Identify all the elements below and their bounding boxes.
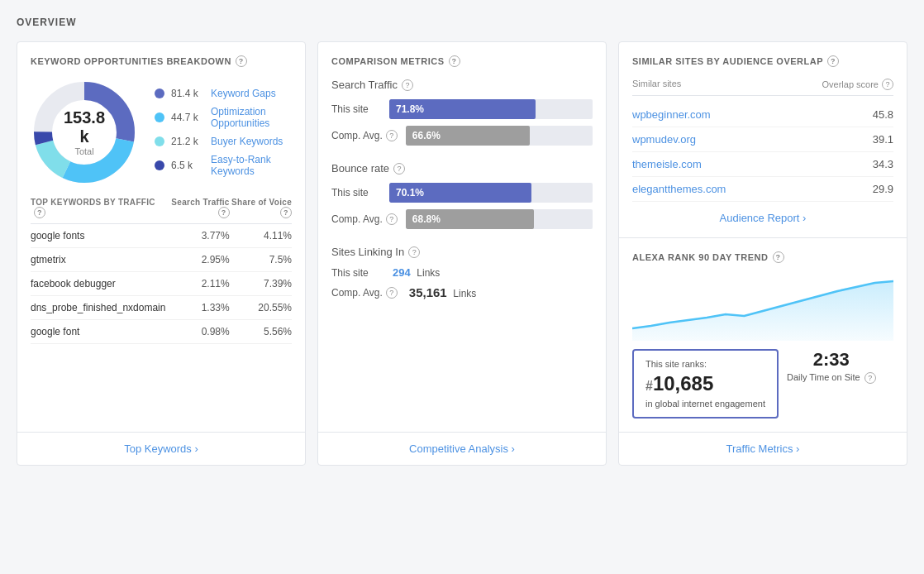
list-item: themeisle.com 34.3 <box>632 152 893 177</box>
overlap-score-help-icon[interactable]: ? <box>882 79 893 90</box>
kw-voice-cell: 7.39% <box>230 272 292 296</box>
legend-link-2[interactable]: Buyer Keywords <box>211 136 283 147</box>
sl-comp-avg-value: 35,161 <box>409 285 447 299</box>
alexa-chart <box>632 275 893 341</box>
bounce-rate-label: Bounce rate ? <box>331 162 593 175</box>
sl-this-site-value: 294 <box>393 266 411 279</box>
legend-link-3[interactable]: Easy-to-Rank Keywords <box>211 154 292 177</box>
br-this-site-label: This site <box>331 187 381 199</box>
st-comp-avg-bar: 66.6% <box>406 126 531 146</box>
kw-traffic-cell: 0.98% <box>170 320 230 344</box>
similar-site-link[interactable]: elegantthemes.com <box>632 183 873 195</box>
similar-site-link[interactable]: wpmudev.org <box>632 133 873 146</box>
comparison-metrics-help-icon[interactable]: ? <box>449 55 460 67</box>
sites-linking-help-icon[interactable]: ? <box>408 246 420 258</box>
alexa-trend-section: ALEXA RANK 90 DAY TREND ? <box>619 238 907 432</box>
keyword-legend: 81.4 k Keyword Gaps 44.7 k Optimization … <box>155 88 292 177</box>
similar-site-link[interactable]: wpbeginner.com <box>632 108 873 121</box>
sites-linking-group: Sites Linking In ? This site 294 Links <box>331 246 593 299</box>
legend-dot-1 <box>155 112 164 122</box>
top-keywords-section: TOP KEYWORDS BY TRAFFIC ? Search Traffic… <box>31 198 292 344</box>
kw-voice-cell: 5.56% <box>230 320 292 344</box>
sl-comp-avg-label: Comp. Avg. ? <box>331 287 398 299</box>
donut-area: 153.8 k Total 81.4 k Keyword Gaps 44.7 <box>31 79 292 186</box>
kw-col-traffic: Search Traffic ? <box>170 198 230 224</box>
legend-dot-2 <box>155 136 164 146</box>
br-comp-avg-row: Comp. Avg. ? 68.8% <box>331 209 593 229</box>
voice-help-icon[interactable]: ? <box>280 207 292 218</box>
br-this-site-row: This site 70.1% <box>331 183 593 203</box>
audience-report-link[interactable]: Audience Report › <box>720 212 807 224</box>
top-keywords-table: TOP KEYWORDS BY TRAFFIC ? Search Traffic… <box>31 198 292 344</box>
rank-box: This site ranks: #10,685 in global inter… <box>632 349 779 419</box>
comparison-footer: Competitive Analysis › <box>318 432 606 465</box>
kw-voice-cell: 7.5% <box>230 248 292 272</box>
legend-link-0[interactable]: Keyword Gaps <box>211 88 276 99</box>
similar-score: 29.9 <box>873 183 893 195</box>
traffic-metrics-link[interactable]: Traffic Metrics › <box>726 442 800 455</box>
kw-col-keyword: TOP KEYWORDS BY TRAFFIC ? <box>31 198 170 224</box>
kw-keyword-cell: facebook debugger <box>31 272 170 296</box>
legend-item-1: 44.7 k Optimization Opportunities <box>155 106 292 129</box>
similar-sites-title: SIMILAR SITES BY AUDIENCE OVERLAP ? <box>632 55 893 67</box>
similar-site-link[interactable]: themeisle.com <box>632 158 873 170</box>
kw-keyword-cell: gtmetrix <box>31 248 170 272</box>
legend-item-3: 6.5 k Easy-to-Rank Keywords <box>155 154 292 177</box>
br-comp-avg-bar: 68.8% <box>406 209 535 229</box>
search-traffic-label: Search Traffic ? <box>331 79 593 91</box>
similar-sites-help-icon[interactable]: ? <box>827 55 839 67</box>
bounce-rate-help-icon[interactable]: ? <box>393 163 405 175</box>
comparison-metrics-title: COMPARISON METRICS ? <box>331 55 593 67</box>
rank-number: #10,685 <box>645 372 765 395</box>
st-comp-avg-label: Comp. Avg. ? <box>331 130 398 141</box>
kw-voice-cell: 20.55% <box>230 296 292 320</box>
traffic-help-icon[interactable]: ? <box>218 207 230 218</box>
sl-this-site-unit: Links <box>417 267 440 279</box>
similar-score: 45.8 <box>873 108 893 121</box>
legend-item-2: 21.2 k Buyer Keywords <box>155 136 292 147</box>
st-comp-avg-bar-outer: 66.6% <box>406 126 593 146</box>
br-this-site-bar: 70.1% <box>389 183 531 203</box>
search-traffic-help-icon[interactable]: ? <box>402 79 413 91</box>
competitive-analysis-link[interactable]: Competitive Analysis › <box>409 442 515 455</box>
similar-sites-header: Similar sites Overlap score ? <box>632 79 893 96</box>
sl-comp-avg-row: Comp. Avg. ? 35,161 Links <box>331 285 593 299</box>
kw-traffic-cell: 2.95% <box>170 248 230 272</box>
kw-keyword-cell: google fonts <box>31 224 170 248</box>
rank-label2: in global internet engagement <box>645 399 765 409</box>
similar-score: 39.1 <box>873 133 893 146</box>
kw-keyword-cell: dns_probe_finished_nxdomain <box>31 296 170 320</box>
st-this-site-bar-outer: 71.8% <box>389 99 593 119</box>
donut-chart: 153.8 k Total <box>31 79 138 186</box>
keyword-breakdown-help-icon[interactable]: ? <box>236 55 247 67</box>
table-row: google font 0.98% 5.56% <box>31 320 292 344</box>
legend-link-1[interactable]: Optimization Opportunities <box>211 106 292 129</box>
similar-sites-card: SIMILAR SITES BY AUDIENCE OVERLAP ? Simi… <box>618 41 907 466</box>
alexa-stats: This site ranks: #10,685 in global inter… <box>632 349 893 419</box>
kw-col-voice: Share of Voice ? <box>230 198 292 224</box>
st-this-site-bar: 71.8% <box>389 99 536 119</box>
keyword-opportunities-card: KEYWORD OPPORTUNITIES BREAKDOWN ? <box>17 41 306 466</box>
sites-linking-label: Sites Linking In ? <box>331 246 593 258</box>
sl-this-site-row: This site 294 Links <box>331 266 593 279</box>
sl-this-site-label: This site <box>331 267 381 279</box>
alexa-trend-help-icon[interactable]: ? <box>773 251 784 263</box>
search-traffic-group: Search Traffic ? This site 71.8% Comp <box>331 79 593 146</box>
legend-item-0: 81.4 k Keyword Gaps <box>155 88 292 99</box>
keyword-footer: Top Keywords › <box>17 432 305 465</box>
time-value: 2:33 <box>813 349 850 371</box>
time-help-icon[interactable]: ? <box>864 372 876 384</box>
br-this-site-bar-outer: 70.1% <box>389 183 593 203</box>
kw-traffic-cell: 3.77% <box>170 224 230 248</box>
time-label: Daily Time on Site ? <box>787 372 876 384</box>
keyword-opportunities-link[interactable]: Top Keywords › <box>124 442 198 455</box>
comparison-metrics-card: COMPARISON METRICS ? Search Traffic ? Th… <box>317 41 607 466</box>
kw-keyword-cell: google font <box>31 320 170 344</box>
br-comp-avg-help-icon[interactable]: ? <box>386 213 398 225</box>
st-comp-avg-help-icon[interactable]: ? <box>386 130 398 141</box>
sl-comp-avg-help-icon[interactable]: ? <box>386 287 398 299</box>
top-keywords-help-icon[interactable]: ? <box>34 207 45 218</box>
kw-traffic-cell: 2.11% <box>170 272 230 296</box>
st-comp-avg-row: Comp. Avg. ? 66.6% <box>331 126 593 146</box>
br-comp-avg-label: Comp. Avg. ? <box>331 213 398 225</box>
